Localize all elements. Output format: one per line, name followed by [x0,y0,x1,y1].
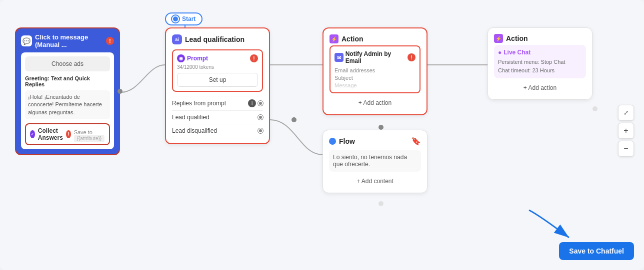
node-click-to-message: 💬 Click to message (Manual ... ! Choose … [15,27,120,155]
lead-qualification-title: Lead qualification [185,35,263,43]
lightning-icon-chat: ⚡ [494,34,503,43]
alert-icon-prompt: ! [250,54,258,62]
message-icon: 💬 [21,35,32,46]
add-action-chat-link[interactable]: + Add action [494,82,586,93]
greeting-label: Greeting: Text and Quick Replies [25,75,110,87]
setup-button[interactable]: Set up [177,73,258,87]
reply-item-2: Lead disqualified [172,124,263,137]
reply-connector-1 [258,115,263,120]
email-addresses-label: Email addresses [334,67,416,73]
collect-icon: ✓ [30,130,35,138]
node-action-email: ⚡ Action ✉ Notify Admin by Email ! Email… [322,27,428,115]
zoom-out-button[interactable]: − [618,141,634,157]
ai-icon: ai [172,34,182,44]
svg-point-2 [592,106,598,111]
node-flow: Flow 🔖 Lo siento, no tenemos nada que of… [322,130,428,193]
node-lead-qualification: ai Lead qualification ◉ Prompt ! 34/1200… [165,27,270,144]
reply-item-1: Lead qualified [172,110,263,124]
zoom-controls: ⤢ + − [618,105,634,157]
message-placeholder: Message [334,82,416,88]
bookmark-icon[interactable]: 🔖 [411,136,421,146]
prompt-icon: ◉ [177,54,185,62]
collect-answers-title: Collect Answers [38,127,63,141]
reply-connector-0 [258,101,263,106]
node-action-chat: ⚡ Action ● Live Chat Persistent menu: St… [488,27,592,100]
lightning-icon-email: ⚡ [330,34,338,43]
save-to-chatfuel-button[interactable]: Save to Chatfuel [559,242,634,260]
prompt-label: Prompt [187,55,208,62]
notify-label: Notify Admin by Email [346,50,408,64]
add-action-email-link[interactable]: + Add action [330,97,420,108]
start-label: Start [182,15,196,22]
zoom-in-button[interactable]: + [618,123,634,139]
subject-label: Subject [334,75,416,81]
click-to-message-title: Click to message (Manual ... [35,33,103,48]
choose-ads-button[interactable]: Choose ads [25,56,110,71]
svg-point-0 [292,117,296,122]
reply-label-1: Lead qualified [172,114,210,121]
action-chat-type: Action [506,34,586,42]
info-icon: i [248,99,256,107]
svg-point-1 [378,125,384,130]
action-email-type: Action [342,35,420,43]
alert-icon-collect: ! [66,130,71,138]
reply-label-2: Lead disqualified [172,127,217,134]
reply-connector-2 [258,128,263,133]
start-badge: Start [165,12,202,25]
email-icon: ✉ [334,53,344,62]
reply-item-0: Replies from prompt i [172,96,263,110]
token-count: 34/12000 tokens [177,64,258,70]
expand-button[interactable]: ⤢ [618,105,634,121]
connector-dot-right [118,89,122,94]
add-content-link[interactable]: + Add content [329,176,421,187]
alert-icon-email: ! [408,53,416,61]
attribute-placeholder: {{attribute}} [74,135,105,142]
svg-point-3 [378,201,384,206]
greeting-text: ¡Hola! ¡Encantado de conocerte! Permítem… [25,90,110,119]
flow-title: Flow [339,137,355,145]
reply-label-0: Replies from prompt [172,100,226,107]
workflow-canvas: Start 💬 Click to message (Manual ... ! C… [0,0,644,270]
chat-timeout-detail: Chat timeout: 23 Hours [498,66,582,75]
live-chat-label: Live Chat [504,49,530,56]
persistent-menu-detail: Persistent menu: Stop Chat [498,58,582,66]
flow-dot [329,138,336,145]
flow-content-text: Lo siento, no tenemos nada que ofrecerte… [329,150,421,172]
arrow-indicator [524,205,584,245]
alert-icon-click: ! [106,37,114,45]
